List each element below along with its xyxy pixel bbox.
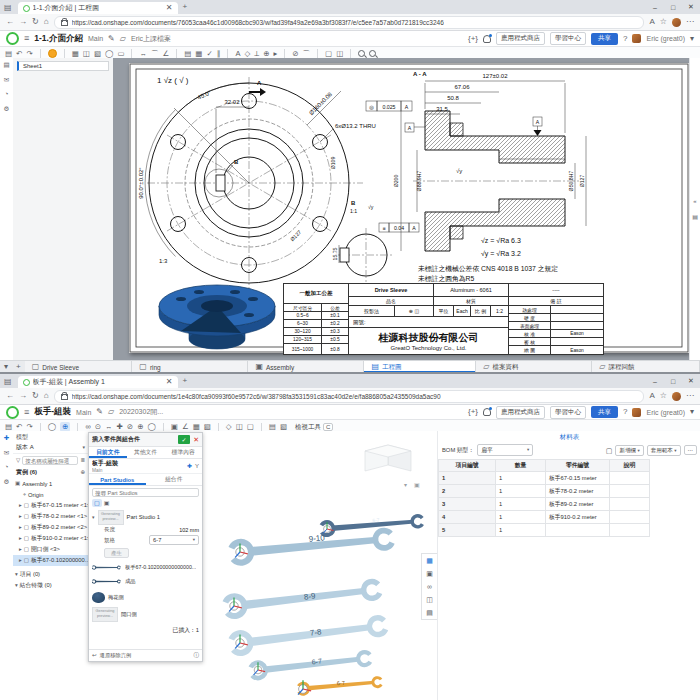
- export-bom-icon[interactable]: ▢: [606, 447, 613, 454]
- surface-finish-icon[interactable]: ◇: [244, 50, 250, 58]
- wrench-small[interactable]: [317, 512, 426, 539]
- view-cube[interactable]: [365, 445, 411, 471]
- settings-icon[interactable]: ⚙: [4, 106, 10, 113]
- workspace-name[interactable]: Main: [76, 409, 91, 416]
- home-icon[interactable]: ⌂: [44, 18, 49, 26]
- redo-icon[interactable]: ↷: [26, 423, 32, 431]
- bom-row[interactable]: 2 1 板手78-0.2 meter: [438, 485, 700, 498]
- spec-select[interactable]: 6-7 ▾: [149, 535, 199, 545]
- view-icon[interactable]: ▦: [72, 50, 79, 58]
- tab-close-icon[interactable]: ✕: [166, 378, 173, 386]
- forward-icon[interactable]: →: [19, 18, 27, 26]
- custom-tables-icon[interactable]: ▤: [426, 609, 433, 616]
- detail-view-icon[interactable]: ◯: [105, 50, 113, 58]
- back-icon[interactable]: ←: [6, 392, 14, 400]
- comment-panel-icon[interactable]: ✉: [4, 77, 9, 84]
- add-column-button[interactable]: 新增欄 ▾: [615, 445, 643, 456]
- filter-parts-icon[interactable]: ▢: [92, 499, 102, 507]
- tree-item[interactable]: ▸▢開口側 <3>: [13, 544, 88, 555]
- user-caret-icon[interactable]: ▾: [690, 35, 694, 43]
- add-instance-icon[interactable]: ⊕: [80, 470, 85, 476]
- home-icon[interactable]: ⌂: [44, 392, 49, 400]
- help-icon[interactable]: ?: [623, 35, 627, 43]
- browser-more-icon[interactable]: ⋯: [686, 392, 694, 400]
- bom-row[interactable]: 3 1 板手89-0.2 meter: [438, 498, 700, 511]
- bom-row[interactable]: 5 1: [438, 524, 700, 537]
- bom-type-select[interactable]: 扁平 ▾: [477, 444, 533, 456]
- browser-tab[interactable]: 1-1.介面介紹 | 工程圖 ✕: [18, 2, 178, 14]
- group-icon[interactable]: ▣: [171, 423, 178, 431]
- viewcube-cube-icon[interactable]: ▣: [414, 482, 420, 488]
- folder-name[interactable]: 20220302開...: [119, 407, 163, 417]
- api-icon[interactable]: {+}: [468, 408, 478, 416]
- snapshot-icon[interactable]: ◫: [236, 423, 243, 431]
- reader-icon[interactable]: A: [649, 392, 654, 400]
- browser-profile-avatar[interactable]: [672, 392, 681, 401]
- drawing-sheet[interactable]: 1 √z ( √ ): [129, 63, 689, 353]
- tab-current-doc[interactable]: 目前文件: [89, 447, 127, 458]
- filter-configs-icon[interactable]: ▣: [104, 500, 110, 506]
- section-view-icon[interactable]: ▧: [94, 50, 101, 58]
- dimension-icon[interactable]: ↔: [139, 50, 147, 58]
- main-menu-icon[interactable]: ≡: [24, 408, 29, 417]
- forward-icon[interactable]: →: [19, 392, 27, 400]
- api-icon[interactable]: {+}: [468, 35, 478, 43]
- tree-assembly-root[interactable]: ▣ Assembly 1: [13, 478, 88, 489]
- named-views-icon[interactable]: ▤: [269, 423, 276, 431]
- undo-icon[interactable]: ↶: [16, 50, 22, 58]
- version-graph-icon[interactable]: Y: [195, 463, 199, 469]
- expand-icon[interactable]: ▸: [19, 547, 22, 553]
- notifications-icon[interactable]: [483, 35, 491, 43]
- main-menu-icon[interactable]: ≡: [24, 34, 29, 43]
- learning-center-button[interactable]: 學習中心: [550, 406, 586, 419]
- length-value[interactable]: 102 mm: [179, 527, 199, 533]
- notifications-icon[interactable]: [483, 408, 491, 416]
- version-selector[interactable]: 版本 A ▾: [13, 442, 88, 454]
- workspace-name[interactable]: Main: [88, 35, 103, 42]
- projected-view-icon[interactable]: ◫: [83, 50, 90, 58]
- tree-item[interactable]: ▸▢板手89-0.2 meter <2>: [13, 522, 88, 533]
- line-icon[interactable]: ⊘: [292, 50, 298, 58]
- expand-icon[interactable]: ▸: [19, 525, 22, 531]
- bom-header[interactable]: 零件編號: [546, 459, 610, 472]
- view-settings-icon[interactable]: ▤: [692, 214, 698, 220]
- collapse-panel-icon[interactable]: «: [693, 198, 696, 204]
- tab-part-studios[interactable]: Part Studios: [89, 474, 146, 485]
- mate-connector-icon[interactable]: ✚: [4, 435, 9, 442]
- expand-icon[interactable]: ▸: [19, 558, 22, 564]
- reader-icon[interactable]: A: [649, 18, 654, 26]
- angle-dim-icon[interactable]: ∠: [162, 50, 169, 58]
- tab-assemblies[interactable]: 組合件: [146, 474, 203, 485]
- maximize-button[interactable]: □: [664, 4, 682, 11]
- onshape-logo[interactable]: [6, 32, 19, 45]
- tab-actions-icon[interactable]: ▤: [4, 4, 12, 12]
- pattern-icon[interactable]: ▧: [204, 423, 211, 431]
- close-button[interactable]: ✕: [682, 377, 700, 385]
- restore-icon[interactable]: ↩: [92, 653, 97, 659]
- ball-mate-icon[interactable]: ◯: [147, 423, 155, 431]
- fastened-mate-icon[interactable]: ∞: [85, 423, 90, 431]
- rename-icon[interactable]: ✎: [108, 35, 115, 43]
- user-avatar[interactable]: [632, 408, 641, 417]
- undo-icon[interactable]: ↶: [16, 423, 22, 431]
- datum-icon[interactable]: ⟂: [254, 50, 259, 58]
- refresh-icon[interactable]: ↻: [32, 392, 39, 400]
- export-icon[interactable]: ▢: [325, 50, 332, 58]
- address-input[interactable]: https://cad.onshape.com/documents/76053c…: [54, 16, 645, 29]
- help-icon[interactable]: ?: [623, 408, 627, 416]
- tree-group-items[interactable]: ▾項目 (0): [13, 569, 88, 580]
- dialog-part-row[interactable]: Generating preview... 開口側: [92, 606, 199, 622]
- list-options-icon[interactable]: ≣: [80, 458, 85, 464]
- expand-icon[interactable]: ▸: [19, 503, 22, 509]
- user-avatar[interactable]: [632, 34, 641, 43]
- revolute-mate-icon[interactable]: ⊙: [95, 423, 101, 431]
- bom-header[interactable]: 數量: [496, 459, 546, 472]
- minimize-button[interactable]: –: [646, 4, 664, 11]
- redo-icon[interactable]: ↷: [26, 50, 32, 58]
- tree-item[interactable]: ▸▢板手67-0.15 meter <1>: [13, 500, 88, 511]
- note-icon[interactable]: A: [235, 50, 240, 58]
- replicate-icon[interactable]: ▦: [193, 423, 200, 431]
- bom-table-icon[interactable]: ▦: [195, 50, 202, 58]
- panel-toggle-icon[interactable]: ▤: [5, 423, 12, 431]
- bom-header[interactable]: 項目編號: [438, 459, 496, 472]
